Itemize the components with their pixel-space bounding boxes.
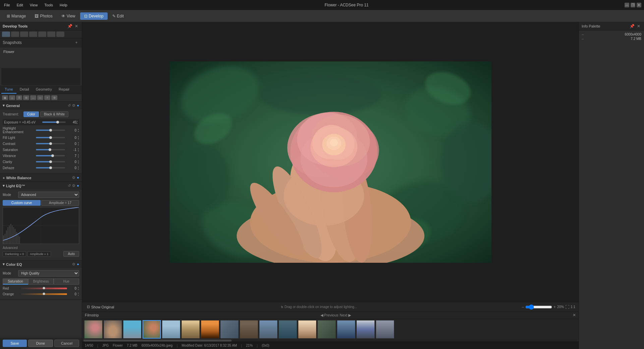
- tool-icon-4[interactable]: [29, 32, 37, 37]
- info-close-icon[interactable]: ✕: [636, 23, 641, 29]
- histogram-icon[interactable]: ▦: [2, 95, 8, 100]
- rect-icon[interactable]: ▭: [37, 95, 43, 100]
- thumb-6[interactable]: [181, 320, 200, 339]
- tab-geometry[interactable]: Geometry: [33, 86, 55, 94]
- tab-detail[interactable]: Detail: [16, 86, 33, 94]
- general-refresh-icon[interactable]: ↺: [68, 103, 71, 108]
- amplitude2-label[interactable]: Amplitude = 1: [27, 251, 51, 257]
- red-slider[interactable]: [21, 288, 67, 289]
- exposure-spinner[interactable]: ▴ ▾: [76, 120, 78, 124]
- orange-down[interactable]: ▾: [78, 294, 79, 296]
- cancel-button[interactable]: Cancel: [54, 340, 79, 347]
- light-eq-settings-icon[interactable]: ⚙: [72, 184, 75, 188]
- info-pin-icon[interactable]: 📌: [629, 23, 635, 29]
- photos-btn[interactable]: 🖼 Photos: [31, 12, 56, 20]
- brightness-tab[interactable]: Brightness: [28, 279, 54, 285]
- general-section-header[interactable]: ▾ General ↺ ⚙ ●: [0, 102, 82, 109]
- thumb-8[interactable]: [220, 320, 239, 339]
- auto-btn[interactable]: Auto: [63, 251, 79, 257]
- thumb-7[interactable]: [201, 320, 219, 339]
- image-container[interactable]: [82, 22, 579, 302]
- saturation-slider[interactable]: [36, 149, 65, 150]
- menu-file[interactable]: File: [3, 2, 11, 8]
- thumb-12[interactable]: [298, 320, 316, 339]
- dehaze-slider[interactable]: [36, 167, 65, 168]
- thumb-16[interactable]: [376, 320, 394, 339]
- exposure-down-btn[interactable]: ▾: [76, 122, 78, 124]
- manage-btn[interactable]: ⊞ Manage: [3, 12, 30, 20]
- highlight-spinner[interactable]: ▴ ▾: [78, 128, 79, 133]
- thumb-15[interactable]: [356, 320, 375, 339]
- highlight-down[interactable]: ▾: [78, 130, 79, 133]
- tool-icon-2[interactable]: [11, 32, 19, 37]
- red-down[interactable]: ▾: [78, 288, 79, 291]
- light-eq-refresh-icon[interactable]: ↺: [68, 184, 71, 188]
- highlight-up[interactable]: ▴: [78, 128, 79, 130]
- thumb-2[interactable]: [104, 320, 122, 339]
- zoom-slider[interactable]: [525, 304, 552, 310]
- thumb-5[interactable]: [162, 320, 180, 339]
- menu-tools[interactable]: Tools: [43, 2, 54, 8]
- highlight-slider[interactable]: [36, 130, 65, 131]
- red-spinner[interactable]: ▴ ▾: [78, 286, 79, 291]
- fit-btn[interactable]: ⛶: [565, 305, 569, 309]
- wb-lock-icon[interactable]: ●: [77, 176, 79, 180]
- main-image[interactable]: [170, 61, 491, 263]
- orange-up[interactable]: ▴: [78, 292, 79, 294]
- grid-icon-small[interactable]: ⊟: [23, 95, 29, 100]
- saturation-spinner[interactable]: ▴ ▾: [78, 147, 79, 152]
- dehaze-spinner[interactable]: ▴ ▾: [78, 165, 79, 170]
- saturation-tab[interactable]: Saturation: [3, 279, 28, 285]
- red-up[interactable]: ▴: [78, 286, 79, 288]
- tab-repair[interactable]: Repair: [55, 86, 73, 94]
- minimize-btn[interactable]: —: [625, 3, 629, 7]
- zoom-in-btn[interactable]: +: [553, 305, 556, 309]
- fill-light-slider[interactable]: [36, 137, 65, 138]
- general-settings-icon[interactable]: ⚙: [72, 103, 75, 108]
- next-btn[interactable]: Next ▶: [340, 313, 351, 317]
- help-icon[interactable]: ?: [44, 95, 50, 100]
- amplitude-tab[interactable]: Amplitude = 17: [41, 200, 79, 206]
- snapshot-item-flower[interactable]: Flower: [1, 49, 80, 55]
- clarity-slider[interactable]: [36, 161, 65, 162]
- thumb-14[interactable]: [337, 320, 355, 339]
- color-eq-lock-icon[interactable]: ●: [77, 262, 79, 266]
- develop-btn[interactable]: ⊡ Develop: [80, 12, 108, 20]
- curve-display[interactable]: [3, 207, 79, 244]
- wb-settings-icon[interactable]: ⚙: [72, 176, 75, 180]
- sliders-icon[interactable]: ☰: [16, 95, 22, 100]
- prev-btn[interactable]: ◀ Previous: [320, 313, 339, 317]
- thumb-1[interactable]: [84, 320, 103, 339]
- hue-tab[interactable]: Hue: [54, 279, 79, 285]
- show-original-btn[interactable]: ⊡ Show Original: [85, 304, 115, 310]
- menu-view[interactable]: View: [28, 2, 39, 8]
- vibrance-slider[interactable]: [36, 155, 65, 156]
- thumb-10[interactable]: [259, 320, 278, 339]
- bw-treatment-btn[interactable]: Black & White: [40, 111, 68, 117]
- tool-icon-5[interactable]: [38, 32, 46, 37]
- menu-edit[interactable]: Edit: [15, 2, 24, 8]
- thumb-13[interactable]: [317, 320, 336, 339]
- color-eq-header[interactable]: ▾ Color EQ ⚙ ●: [0, 260, 82, 268]
- color-eq-mode-select[interactable]: High Quality: [18, 270, 79, 277]
- thumb-4-active[interactable]: [142, 320, 161, 339]
- zoom-out-btn[interactable]: –: [522, 305, 524, 309]
- exposure-slider[interactable]: [42, 121, 66, 123]
- gear-small-icon[interactable]: ⚙: [51, 95, 57, 100]
- menu-help[interactable]: Help: [58, 2, 69, 8]
- tool-icon-1[interactable]: [2, 32, 10, 37]
- edit-btn[interactable]: ✎ Edit: [108, 12, 128, 20]
- done-button[interactable]: Done: [28, 340, 53, 347]
- view-btn[interactable]: 👁 View: [57, 12, 79, 20]
- mode-select[interactable]: Advanced: [18, 192, 79, 198]
- tool-icon-7[interactable]: [56, 32, 64, 37]
- orange-slider[interactable]: [21, 293, 67, 295]
- save-button[interactable]: Save: [3, 340, 27, 347]
- triangle-icon[interactable]: △: [9, 95, 15, 100]
- contrast-spinner[interactable]: ▴ ▾: [78, 141, 79, 146]
- pin-icon[interactable]: 📌: [67, 23, 72, 29]
- light-eq-lock-icon[interactable]: ●: [77, 184, 79, 188]
- close-panel-icon[interactable]: ✕: [74, 23, 79, 29]
- darkening-label[interactable]: Darkening = 0: [3, 251, 26, 257]
- orange-spinner[interactable]: ▴ ▾: [78, 292, 79, 296]
